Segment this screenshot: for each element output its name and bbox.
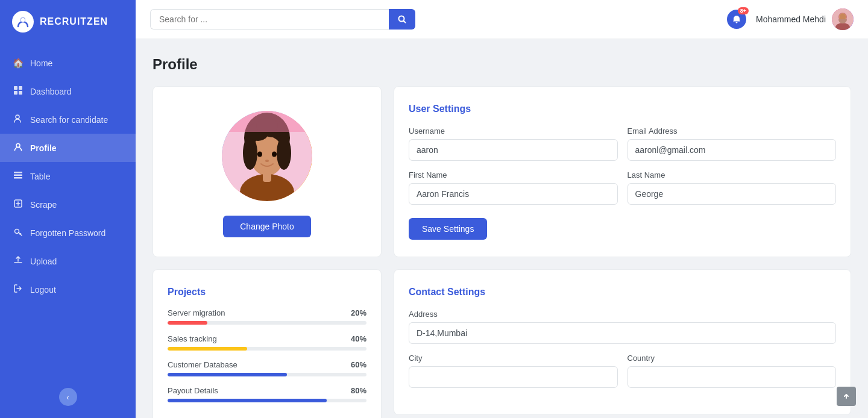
progress-fill-customer [168, 373, 287, 376]
svg-rect-9 [14, 175, 22, 176]
sidebar-item-table-label: Table [30, 172, 50, 181]
avatar-inner [222, 111, 312, 201]
sidebar-item-table[interactable]: Table [0, 162, 136, 190]
sidebar-item-home[interactable]: 🏠 Home [0, 49, 136, 77]
country-label: Country [627, 354, 837, 363]
contact-settings-title: Contact Settings [409, 287, 836, 298]
search-candidate-icon [12, 114, 24, 125]
profile-icon [12, 142, 24, 154]
svg-point-26 [277, 136, 291, 170]
project-name-payout: Payout Details [168, 386, 218, 395]
svg-rect-8 [14, 172, 22, 173]
address-label: Address [409, 310, 836, 319]
city-input[interactable] [409, 366, 618, 388]
logo-text: RECRUITZEN [40, 16, 108, 27]
key-icon [12, 227, 24, 239]
change-photo-button[interactable]: Change Photo [223, 216, 311, 237]
sidebar-item-profile[interactable]: Profile [0, 134, 136, 162]
projects-card: Projects Server migration 20% Sales trac… [153, 269, 382, 418]
search-button[interactable] [389, 9, 415, 30]
sidebar-item-logout[interactable]: Logout [0, 275, 136, 304]
svg-rect-3 [19, 86, 22, 90]
form-group-country: Country [627, 354, 837, 388]
logo[interactable]: RECRUITZEN [0, 0, 136, 43]
address-input[interactable] [409, 322, 836, 344]
sidebar-item-dashboard[interactable]: Dashboard [0, 77, 136, 105]
progress-bg-customer [168, 373, 366, 376]
scrape-icon [12, 199, 24, 210]
sidebar-item-forgotten-label: Forgotten Password [30, 228, 105, 238]
sidebar-item-dashboard-label: Dashboard [30, 87, 72, 96]
svg-point-18 [840, 14, 846, 20]
svg-point-28 [272, 152, 277, 157]
profile-photo-card: Change Photo [153, 86, 382, 257]
form-group-firstname: First Name [409, 170, 618, 205]
sidebar-nav: 🏠 Home Dashboard Search for can [0, 43, 136, 388]
user-info[interactable]: Mohammed Mehdi [756, 8, 854, 30]
form-row-user-email: Username Email Address [409, 126, 836, 161]
sidebar-collapse-button[interactable]: ‹ [59, 388, 77, 406]
svg-rect-33 [222, 111, 312, 132]
contact-settings-card: Contact Settings Address City [394, 269, 851, 415]
form-group-lastname: Last Name [627, 170, 837, 205]
progress-fill-sales [168, 347, 247, 351]
progress-bg-payout [168, 399, 366, 402]
project-item-payout: Payout Details 80% [168, 386, 366, 402]
firstname-input[interactable] [409, 183, 618, 205]
profile-avatar-circle [222, 111, 312, 201]
form-group-email: Email Address [627, 126, 837, 161]
project-pct-server: 20% [351, 308, 366, 317]
email-label: Email Address [627, 126, 837, 136]
progress-fill-payout [168, 399, 327, 402]
sidebar-item-search-candidate[interactable]: Search for candidate [0, 105, 136, 134]
sidebar-item-scrape-label: Scrape [30, 200, 57, 210]
sidebar-item-profile-label: Profile [30, 143, 57, 153]
project-item-server: Server migration 20% [168, 308, 366, 325]
country-input[interactable] [627, 366, 837, 388]
home-icon: 🏠 [12, 58, 24, 69]
svg-rect-5 [19, 91, 22, 95]
sidebar-item-logout-label: Logout [30, 285, 56, 295]
topbar: 8+ Mohammed Mehdi [136, 0, 868, 39]
username-input[interactable] [409, 139, 618, 161]
svg-point-6 [16, 115, 19, 119]
project-pct-payout: 80% [351, 386, 366, 395]
content-area: Profile [136, 39, 868, 418]
form-group-city: City [409, 354, 618, 388]
search-input[interactable] [150, 9, 389, 30]
search-wrapper [150, 9, 415, 30]
dashboard-icon [12, 86, 24, 97]
content-grid: Change Photo Projects Server migration 2… [153, 86, 851, 418]
sidebar-item-home-label: Home [30, 58, 52, 68]
svg-rect-2 [14, 86, 17, 90]
username-label: Username [409, 126, 618, 136]
table-icon [12, 170, 24, 182]
sidebar-item-upload[interactable]: Upload [0, 247, 136, 275]
notification-badge[interactable]: 8+ [727, 10, 746, 29]
svg-rect-10 [14, 177, 22, 179]
left-column: Change Photo Projects Server migration 2… [153, 86, 382, 418]
project-name-customer: Customer Database [168, 360, 237, 369]
main-area: 8+ Mohammed Mehdi Profile [136, 0, 868, 418]
progress-fill-server [168, 321, 207, 325]
projects-title: Projects [168, 287, 366, 298]
lastname-input[interactable] [627, 183, 837, 205]
form-row-names: First Name Last Name [409, 170, 836, 205]
sidebar-item-upload-label: Upload [30, 257, 57, 266]
form-group-username: Username [409, 126, 618, 161]
page-title: Profile [153, 56, 851, 73]
svg-rect-4 [14, 91, 17, 95]
save-settings-button[interactable]: Save Settings [409, 218, 487, 240]
sidebar: RECRUITZEN 🏠 Home Dashboard [0, 0, 136, 418]
notification-count: 8+ [738, 7, 749, 14]
search-icon [397, 14, 407, 24]
svg-point-29 [265, 160, 269, 162]
user-settings-card: User Settings Username Email Address [394, 86, 851, 257]
email-input[interactable] [627, 139, 837, 161]
sidebar-item-forgotten-password[interactable]: Forgotten Password [0, 219, 136, 247]
city-label: City [409, 354, 618, 363]
sidebar-item-search-label: Search for candidate [30, 115, 108, 125]
scroll-to-top-button[interactable] [837, 387, 856, 406]
sidebar-item-scrape[interactable]: Scrape [0, 190, 136, 219]
svg-point-25 [243, 136, 257, 170]
